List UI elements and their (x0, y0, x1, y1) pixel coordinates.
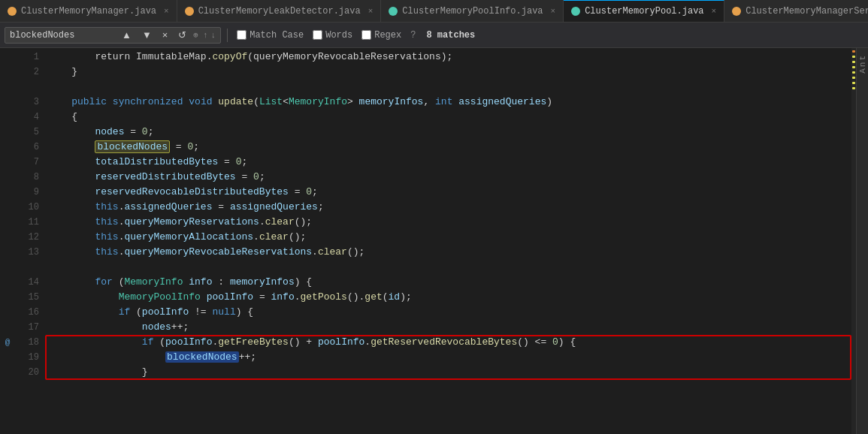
code-token: poolInfo (142, 306, 189, 318)
selected-block-container: if (poolInfo.getFreeBytes() + poolInfo.g… (48, 335, 851, 380)
code-line: if (poolInfo != null) { (48, 305, 851, 320)
search-bar: ▲ ▼ × ↺ ⊕ ↑ ↓ Match Case Words Regex ? 8… (0, 23, 868, 48)
code-line: this.queryMemoryRevocableReservations.cl… (48, 245, 851, 260)
glyph-row (0, 245, 15, 260)
code-token: for (95, 276, 112, 288)
glyph-row (0, 185, 15, 200)
line-num: 13 (15, 245, 39, 260)
code-token: int (435, 96, 452, 107)
line-num: 11 (15, 215, 39, 230)
code-token: info (271, 291, 294, 303)
code-line (48, 260, 851, 275)
code-token: : (212, 276, 229, 288)
code-token: void (189, 96, 212, 107)
code-token: MemoryInfo (124, 276, 183, 288)
tab-bar: ClusterMemoryManager.java × ClusterMemor… (0, 0, 868, 23)
tab-close-2[interactable]: × (368, 7, 374, 16)
code-line: nodes++; (48, 320, 851, 335)
code-token: List (259, 96, 283, 107)
glyph-row (0, 200, 15, 215)
code-token: ; (312, 186, 318, 197)
code-token: ; (193, 141, 199, 152)
code-token: (); (295, 216, 312, 228)
line-num: 15 (15, 290, 39, 305)
code-token: . (295, 291, 301, 303)
code-token: (); (347, 246, 364, 258)
line-num: 4 (15, 110, 39, 125)
code-token: poolInfo (165, 336, 212, 348)
code-token: ( (113, 276, 125, 288)
tab-clustermemorymgrsvc[interactable]: ClusterMemoryManagerService.java × (724, 0, 868, 23)
words-checkbox[interactable] (313, 30, 322, 40)
code-token: synchronized (113, 96, 183, 107)
code-token: queryMemoryReservations (124, 216, 259, 228)
tab-clustermemorypool[interactable]: ClusterMemoryPool.java × (564, 0, 724, 23)
glyph-row (0, 260, 15, 275)
code-line: this.queryMemoryAllocations.clear(); (48, 230, 851, 245)
search-prev-button[interactable]: ▲ (118, 28, 135, 42)
code-token: poolInfo (318, 336, 364, 348)
code-token: (); (289, 231, 306, 243)
regex-checkbox[interactable] (361, 30, 371, 40)
code-token: = (253, 291, 271, 303)
tab-close-3[interactable]: × (551, 7, 556, 16)
code-token: ) { (558, 336, 576, 348)
search-next-button[interactable]: ▼ (138, 28, 156, 42)
code-token: = (236, 171, 253, 182)
line-num: 16 (15, 305, 39, 320)
code-token: nodes (142, 321, 171, 333)
code-token: . (364, 336, 370, 348)
search-up2-button[interactable]: ↑ (203, 31, 208, 40)
tab-icon-3 (389, 7, 398, 16)
search-refresh-button[interactable]: ↺ (174, 28, 190, 42)
search-input[interactable] (10, 30, 115, 41)
code-line (48, 80, 851, 95)
tab-icon-4 (571, 7, 580, 16)
code-token: ++; (239, 351, 256, 363)
search-close-button[interactable]: × (159, 28, 172, 42)
search-match-case-option[interactable]: Match Case (234, 29, 307, 42)
code-editor[interactable]: return ImmutableMap.copyOf(queryMemoryRe… (45, 48, 851, 434)
code-line: this.queryMemoryReservations.clear(); (48, 215, 851, 230)
search-words-option[interactable]: Words (310, 29, 355, 42)
search-separator (227, 29, 228, 42)
code-token: clear (259, 231, 289, 243)
code-token: ( (130, 306, 142, 318)
line-num: 12 (15, 230, 39, 245)
tab-close-1[interactable]: × (164, 7, 169, 16)
ant-panel: Ant (856, 48, 868, 434)
code-line: nodes = 0; (48, 125, 851, 140)
code-token: if (119, 306, 131, 318)
search-help-button[interactable]: ? (407, 30, 419, 41)
code-token: = (289, 186, 306, 197)
code-token: ) { (295, 276, 312, 288)
tab-clustermemorymanager[interactable]: ClusterMemoryManager.java × (0, 0, 177, 23)
line-num: 3 (15, 95, 39, 110)
tab-clustermemoryreakdetector[interactable]: ClusterMemoryLeakDetector.java × (177, 0, 382, 23)
glyph-row (0, 305, 15, 320)
editor-container: @ 1 2 3 4 5 6 7 8 9 10 11 12 13 14 15 16… (0, 48, 868, 434)
code-token: ( (153, 336, 165, 348)
code-line-blocked-nodes: blockedNodes = 0; (48, 140, 851, 155)
code-line-blocked-nodes-increment: blockedNodes++; (48, 350, 851, 365)
search-regex-option[interactable]: Regex (358, 29, 404, 42)
code-token: = (218, 156, 235, 167)
code-token: 0 (253, 171, 259, 182)
code-token: ) (546, 96, 552, 107)
words-label: Words (325, 30, 352, 41)
search-down2-button[interactable]: ↓ (211, 31, 216, 40)
search-filter-button[interactable]: ⊕ (193, 30, 198, 40)
marker-yellow-3 (852, 66, 855, 68)
code-token: ++; (171, 321, 189, 333)
code-token: 0 (306, 186, 312, 197)
match-case-checkbox[interactable] (237, 30, 246, 40)
code-token (107, 96, 113, 107)
line-num: 5 (15, 125, 39, 140)
ant-label: Ant (858, 54, 867, 74)
tab-clustermemorpoolinfo[interactable]: ClusterMemoryPoolInfo.java × (381, 0, 564, 23)
glyph-row (0, 350, 15, 365)
tab-close-4[interactable]: × (712, 7, 717, 16)
glyph-row (0, 50, 15, 65)
code-token: . (312, 246, 318, 258)
code-token: update (218, 96, 253, 107)
